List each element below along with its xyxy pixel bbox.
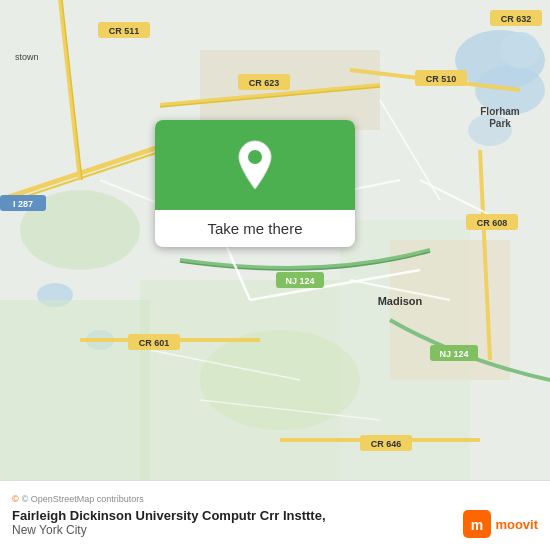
svg-point-3 xyxy=(500,32,540,68)
moovit-text: moovit xyxy=(495,517,538,532)
moovit-icon: m xyxy=(463,510,491,538)
copyright-text: © OpenStreetMap contributors xyxy=(22,494,144,504)
copyright-line: © © OpenStreetMap contributors xyxy=(12,494,538,504)
take-me-there-card[interactable]: Take me there xyxy=(155,120,355,247)
svg-text:stown: stown xyxy=(15,52,39,62)
svg-text:CR 510: CR 510 xyxy=(426,74,457,84)
place-city: New York City xyxy=(12,523,538,537)
location-pin-icon xyxy=(233,139,277,191)
map-container: CR 632 CR 511 CR 623 CR 510 I 287 CR 608… xyxy=(0,0,550,480)
take-me-there-label: Take me there xyxy=(155,210,355,247)
svg-text:NJ 124: NJ 124 xyxy=(285,276,314,286)
svg-text:CR 632: CR 632 xyxy=(501,14,532,24)
place-name: Fairleigh Dickinson University Computr C… xyxy=(12,508,538,523)
svg-text:CR 623: CR 623 xyxy=(249,78,280,88)
svg-point-57 xyxy=(248,150,262,164)
svg-text:NJ 124: NJ 124 xyxy=(439,349,468,359)
svg-text:Park: Park xyxy=(489,118,511,129)
moovit-logo: m moovit xyxy=(463,510,538,538)
svg-text:CR 511: CR 511 xyxy=(109,26,140,36)
svg-text:CR 601: CR 601 xyxy=(139,338,170,348)
svg-text:Florham: Florham xyxy=(480,106,520,117)
svg-text:CR 608: CR 608 xyxy=(477,218,508,228)
osm-logo: © xyxy=(12,494,19,504)
svg-rect-7 xyxy=(0,300,150,480)
svg-text:CR 646: CR 646 xyxy=(371,439,402,449)
svg-text:Madison: Madison xyxy=(378,295,423,307)
svg-text:m: m xyxy=(471,517,483,533)
bottom-bar: © © OpenStreetMap contributors Fairleigh… xyxy=(0,480,550,550)
svg-text:I 287: I 287 xyxy=(13,199,33,209)
card-green-section xyxy=(155,120,355,210)
